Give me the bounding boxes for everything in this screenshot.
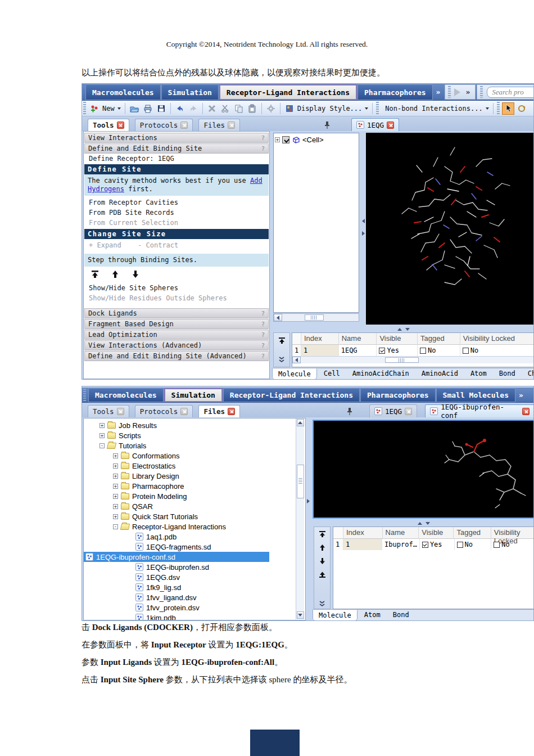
- ribbon-tab-macromolecules[interactable]: Macromolecules: [88, 388, 164, 402]
- help-icon[interactable]: ?: [261, 321, 265, 328]
- hierarchy-horizontal-scrollbar[interactable]: [273, 313, 359, 322]
- expander-icon[interactable]: +: [99, 433, 105, 438]
- expand-action[interactable]: + Expand: [89, 241, 121, 249]
- cut-icon[interactable]: [219, 102, 232, 115]
- close-icon[interactable]: [117, 122, 124, 129]
- scroll-to-top-icon[interactable]: [275, 335, 288, 346]
- scrollbar-thumb[interactable]: [297, 465, 304, 498]
- index-cell[interactable]: 1: [301, 345, 339, 356]
- file-item-1eqg-dsv[interactable]: 1EQG.dsv: [84, 572, 305, 582]
- tab-aminoacid[interactable]: AminoAcid: [416, 368, 464, 379]
- ribbon-overflow-chevron[interactable]: »: [433, 84, 444, 100]
- show-hide-spheres-action[interactable]: Show/Hide Site Spheres: [84, 283, 269, 293]
- tab-atom[interactable]: Atom: [465, 368, 492, 379]
- run-protocol-icon[interactable]: [454, 88, 460, 96]
- tab-chain[interactable]: Chain: [522, 368, 534, 379]
- section-view-interactions-advanced[interactable]: View Interactions (Advanced) ?: [84, 340, 269, 350]
- document-tab-1eqg[interactable]: 1EQG: [351, 118, 399, 131]
- open-file-icon[interactable]: [128, 102, 141, 115]
- visible-cell[interactable]: Yes: [420, 539, 455, 550]
- collapse-left-icon[interactable]: [362, 219, 365, 223]
- column-header[interactable]: Name: [383, 527, 419, 539]
- tree-item-conformations[interactable]: +Conformations: [84, 451, 305, 461]
- help-icon[interactable]: ?: [261, 342, 265, 349]
- expander-icon[interactable]: -: [113, 524, 118, 529]
- scroll-up-icon[interactable]: [297, 419, 304, 426]
- column-header[interactable]: Index: [343, 527, 383, 539]
- tree-item-quick-start-tutorials[interactable]: +Quick Start Tutorials: [84, 511, 305, 521]
- more-actions-chevrons-icon[interactable]: [275, 354, 288, 365]
- contract-action[interactable]: - Contract: [138, 241, 178, 249]
- toolbar-grip[interactable]: [497, 102, 500, 115]
- tree-item-electrostatics[interactable]: +Electrostatics: [84, 461, 305, 471]
- search-input[interactable]: [487, 87, 534, 98]
- ribbon-tab-macromolecules[interactable]: Macromolecules: [85, 84, 161, 100]
- toolbar-grip[interactable]: [83, 389, 86, 401]
- previous-site-icon[interactable]: [111, 270, 119, 278]
- collapse-right-icon[interactable]: [362, 231, 365, 236]
- help-icon[interactable]: ?: [261, 353, 265, 360]
- horizontal-splitter[interactable]: [272, 326, 534, 332]
- scroll-to-top-icon[interactable]: [315, 529, 329, 538]
- file-item-1eqg-ibuprofen-conf-sd-selected[interactable]: 1EQG-ibuprofen-conf.sd: [84, 552, 269, 562]
- tree-item-library-design[interactable]: +Library Design: [84, 471, 305, 481]
- tab-cell[interactable]: Cell: [318, 368, 346, 379]
- toolbar-grip[interactable]: [83, 102, 86, 115]
- document-tab-1eqg-ibuprofen-conf[interactable]: 1EQG-ibuprofen-conf: [425, 404, 534, 417]
- print-icon[interactable]: [142, 102, 154, 115]
- section-define-edit-binding-site-advanced[interactable]: Define and Edit Binding Site (Advanced) …: [84, 351, 269, 361]
- table-row[interactable]: 1 1 Ibuprof… Yes No No: [333, 539, 534, 550]
- splitter-up-icon[interactable]: [397, 328, 402, 331]
- ribbon-overflow-chevron[interactable]: »: [515, 388, 527, 402]
- visibility-locked-cell[interactable]: No: [460, 345, 534, 356]
- expander-icon[interactable]: +: [113, 514, 118, 519]
- toolbar-grip[interactable]: [376, 102, 379, 115]
- splitter-down-icon[interactable]: [405, 328, 410, 331]
- panel-tab-protocols[interactable]: Protocols: [135, 119, 193, 131]
- tree-item-protein-modeling[interactable]: +Protein Modeling: [84, 491, 305, 501]
- scroll-down-icon[interactable]: [297, 611, 304, 619]
- file-item-1fvv-ligand-dsv[interactable]: 1fvv_ligand.dsv: [84, 592, 305, 602]
- checkbox-unchecked-icon[interactable]: [420, 348, 426, 354]
- section-dock-ligands[interactable]: Dock Ligands ?: [84, 308, 269, 318]
- close-icon[interactable]: [117, 408, 124, 415]
- file-item-1fvv-protein-dsv[interactable]: 1fvv_protein.dsv: [84, 602, 305, 613]
- name-cell[interactable]: Ibuprof…: [382, 539, 420, 550]
- index-cell[interactable]: 1: [343, 539, 382, 550]
- tab-molecule[interactable]: Molecule: [313, 610, 357, 621]
- tree-item-scripts[interactable]: +Scripts: [84, 430, 305, 440]
- splitter-up-icon[interactable]: [418, 522, 422, 525]
- tree-item-pharmacophore[interactable]: +Pharmacophore: [84, 481, 305, 491]
- document-tab-1eqg[interactable]: 1EQG: [369, 404, 417, 417]
- expander-icon[interactable]: +: [113, 474, 118, 479]
- ribbon-tab-pharmacophores[interactable]: Pharmacophores: [357, 84, 433, 100]
- name-cell[interactable]: 1EQG: [339, 345, 377, 356]
- display-style-caret[interactable]: [365, 107, 368, 110]
- section-view-interactions[interactable]: View Interactions ?: [84, 133, 269, 143]
- help-icon[interactable]: ?: [261, 331, 265, 339]
- from-pdb-site-records-action[interactable]: From PDB Site Records: [84, 208, 269, 218]
- file-item-1eqg-ibuprofen-sd[interactable]: 1EQG-ibuprofen.sd: [84, 562, 305, 572]
- scroll-to-bottom-icon[interactable]: [315, 570, 329, 579]
- file-item-1fk9-lig-sd[interactable]: 1fk9_lig.sd: [84, 582, 305, 592]
- scroll-left-icon[interactable]: [274, 314, 282, 321]
- close-icon[interactable]: [522, 408, 530, 415]
- checkbox-unchecked-icon[interactable]: [494, 542, 500, 548]
- show-hide-residues-action[interactable]: Show/Hide Residues Outside Spheres: [84, 293, 269, 303]
- copy-icon[interactable]: [233, 102, 245, 115]
- column-header[interactable]: Tagged: [454, 527, 491, 539]
- panel-tab-files[interactable]: Files: [198, 405, 240, 417]
- checkbox-checked-icon[interactable]: [379, 348, 385, 354]
- toolbar-grip[interactable]: [448, 86, 451, 98]
- tree-item-job-results[interactable]: +Job Results: [84, 420, 305, 430]
- more-actions-chevrons-icon[interactable]: [315, 600, 329, 609]
- help-icon[interactable]: ?: [261, 145, 265, 152]
- molecule-viewer-ibuprofen[interactable]: [313, 420, 534, 519]
- close-icon[interactable]: [228, 408, 235, 415]
- column-header[interactable]: Visible: [377, 333, 418, 345]
- column-header[interactable]: Visibility Locked: [460, 333, 534, 345]
- checkbox-checked-icon[interactable]: [422, 542, 428, 548]
- delete-icon[interactable]: [206, 102, 218, 115]
- panel-splitter[interactable]: [360, 133, 366, 321]
- column-header[interactable]: Visibility Locked: [491, 527, 534, 539]
